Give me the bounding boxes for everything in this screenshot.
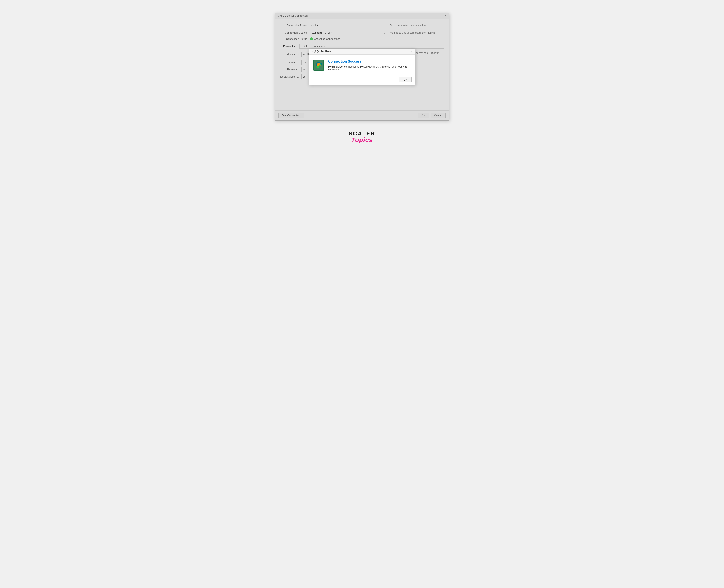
popup-footer: OK bbox=[309, 75, 415, 85]
main-dialog: MySQL Server Connection × Connection Nam… bbox=[275, 13, 449, 121]
popup-dialog: MySQL For Excel × bbox=[309, 48, 415, 85]
branding-topics-text: Topics bbox=[349, 136, 376, 143]
branding: SCALER Topics bbox=[349, 131, 376, 143]
popup-body: Connection Success MySql Server connecti… bbox=[309, 55, 415, 75]
popup-close-button[interactable]: × bbox=[410, 50, 412, 53]
popup-title: MySQL For Excel bbox=[312, 50, 332, 53]
popup-overlay: MySQL For Excel × bbox=[275, 13, 449, 120]
branding-scaler-text: SCALER bbox=[349, 131, 376, 136]
popup-heading: Connection Success bbox=[328, 60, 411, 63]
popup-message: MySql Server connection to Mysql@localho… bbox=[328, 65, 411, 71]
popup-ok-button[interactable]: OK bbox=[399, 77, 412, 82]
popup-titlebar: MySQL For Excel × bbox=[309, 49, 415, 55]
popup-content: Connection Success MySql Server connecti… bbox=[328, 60, 411, 71]
mysql-excel-icon bbox=[313, 60, 324, 71]
